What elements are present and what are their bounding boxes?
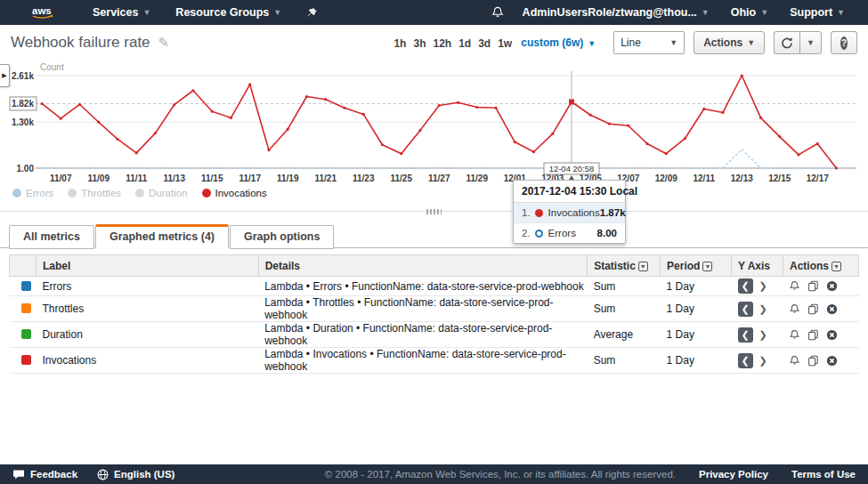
create-alarm-bell-icon[interactable] bbox=[789, 329, 800, 341]
nav-services[interactable]: Services▼ bbox=[93, 6, 150, 19]
metrics-tab-bar: All metricsGraphed metrics (4)Graph opti… bbox=[0, 223, 868, 248]
time-range-1d[interactable]: 1d bbox=[458, 37, 471, 50]
yaxis-right-button[interactable]: ❯ bbox=[756, 327, 771, 343]
top-navbar: aws Services▼ Resource Groups▼ AdminUser… bbox=[0, 0, 868, 25]
time-range-1h[interactable]: 1h bbox=[393, 37, 406, 50]
refresh-button[interactable] bbox=[774, 31, 799, 54]
details-column-header: Details bbox=[258, 255, 587, 277]
metric-table-row[interactable]: Duration Lambda • Duration • FunctionNam… bbox=[10, 322, 859, 348]
svg-text:11/29: 11/29 bbox=[466, 173, 489, 183]
statistic-column-header[interactable]: Statistic▼ bbox=[588, 255, 661, 277]
nav-account-menu[interactable]: AdminUsersRole/ztwang@thou...▼ bbox=[523, 6, 710, 19]
chevron-down-icon: ▼ bbox=[588, 39, 596, 48]
aws-logo-icon: aws bbox=[30, 4, 57, 20]
metric-statistic[interactable]: Sum bbox=[588, 277, 661, 296]
chevron-down-icon: ▼ bbox=[760, 8, 768, 17]
svg-text:11/23: 11/23 bbox=[353, 173, 375, 183]
remove-metric-icon[interactable] bbox=[826, 355, 838, 367]
metric-period[interactable]: 1 Day bbox=[661, 348, 732, 374]
legend-item-invocations[interactable]: Invocations bbox=[202, 188, 267, 198]
tooltip-row-invocations: 1.Invocations1.87k bbox=[514, 203, 625, 223]
refresh-options-button[interactable]: ▼ bbox=[799, 31, 822, 54]
tab-graph-options[interactable]: Graph options bbox=[230, 225, 334, 249]
svg-text:12/13: 12/13 bbox=[731, 173, 753, 183]
remove-metric-icon[interactable] bbox=[826, 303, 838, 315]
create-alarm-bell-icon[interactable] bbox=[789, 280, 800, 292]
duplicate-copy-icon[interactable] bbox=[807, 280, 819, 292]
terms-of-use-link[interactable]: Terms of Use bbox=[791, 469, 856, 480]
notifications-bell-icon[interactable] bbox=[491, 5, 505, 20]
time-range-3h[interactable]: 3h bbox=[413, 37, 426, 50]
refresh-icon bbox=[781, 36, 793, 49]
metric-period[interactable]: 1 Day bbox=[661, 296, 732, 322]
aws-logo[interactable]: aws bbox=[30, 4, 57, 20]
metric-label: Invocations bbox=[36, 348, 258, 374]
create-alarm-bell-icon[interactable] bbox=[789, 303, 800, 315]
tooltip-row-errors: 2.Errors8.00 bbox=[514, 223, 625, 243]
chart-tooltip: 2017-12-04 15:30 Local 1.Invocations1.87… bbox=[513, 180, 626, 244]
chart-type-select[interactable]: Line▼ bbox=[613, 31, 685, 54]
expand-sidebar-arrow[interactable]: ▶ bbox=[0, 64, 10, 87]
svg-text:11/15: 11/15 bbox=[201, 173, 223, 183]
custom-range-button[interactable]: custom (6w)▼ bbox=[521, 36, 596, 49]
time-range-3d[interactable]: 3d bbox=[478, 37, 491, 50]
duplicate-copy-icon[interactable] bbox=[807, 355, 819, 367]
pin-icon[interactable] bbox=[306, 7, 318, 19]
metric-table-row[interactable]: Invocations Lambda • Invocations • Funct… bbox=[10, 348, 859, 374]
actions-column-header[interactable]: Actions▼ bbox=[783, 255, 858, 277]
legend-label: Throttles bbox=[81, 188, 121, 198]
create-alarm-bell-icon[interactable] bbox=[789, 355, 800, 367]
metric-table-row[interactable]: Throttles Lambda • Throttles • FunctionN… bbox=[10, 296, 859, 322]
tab-graphed-metrics-4-[interactable]: Graphed metrics (4) bbox=[95, 224, 229, 248]
tooltip-timestamp: 2017-12-04 15:30 Local bbox=[514, 181, 625, 203]
yaxis-left-button[interactable]: ❮ bbox=[738, 278, 753, 294]
time-range-12h[interactable]: 12h bbox=[433, 37, 451, 50]
yaxis-left-button[interactable]: ❮ bbox=[738, 302, 753, 317]
metric-statistic[interactable]: Average bbox=[588, 322, 661, 348]
help-button[interactable]: ? bbox=[831, 31, 857, 54]
actions-button[interactable]: Actions▼ bbox=[694, 31, 765, 54]
metric-period[interactable]: 1 Day bbox=[661, 277, 732, 296]
yaxis-left-button[interactable]: ❮ bbox=[738, 327, 753, 343]
console-footer: Feedback English (US) © 2008 - 2017, Ama… bbox=[0, 464, 868, 484]
metric-label: Throttles bbox=[36, 296, 258, 322]
chevron-down-icon: ▼ bbox=[747, 38, 755, 47]
metric-table-row[interactable]: Errors Lambda • Errors • FunctionName: d… bbox=[10, 277, 859, 296]
svg-text:12/17: 12/17 bbox=[807, 173, 829, 183]
svg-text:12-04 20:58: 12-04 20:58 bbox=[549, 164, 595, 173]
yaxis-right-button[interactable]: ❯ bbox=[756, 278, 771, 294]
feedback-button[interactable]: Feedback bbox=[12, 469, 77, 480]
metric-statistic[interactable]: Sum bbox=[588, 296, 661, 322]
legend-item-errors[interactable]: Errors bbox=[12, 188, 53, 198]
yaxis-right-button[interactable]: ❯ bbox=[756, 302, 771, 317]
yaxis-left-button[interactable]: ❮ bbox=[738, 353, 753, 368]
tab-all-metrics[interactable]: All metrics bbox=[9, 225, 94, 249]
remove-metric-icon[interactable] bbox=[826, 329, 838, 341]
chart-canvas[interactable]: 2.61k1.82k1.30k1.00Count11/0711/0911/111… bbox=[0, 57, 868, 187]
period-column-header[interactable]: Period▼ bbox=[661, 255, 732, 277]
nav-support-menu[interactable]: Support▼ bbox=[790, 6, 845, 19]
tooltip-series-dot-icon bbox=[535, 209, 543, 217]
nav-region-menu[interactable]: Ohio▼ bbox=[731, 6, 768, 19]
chevron-down-icon: ▼ bbox=[807, 38, 815, 47]
svg-text:12/15: 12/15 bbox=[768, 173, 791, 183]
metric-chart[interactable]: 2.61k1.82k1.30k1.00Count11/0711/0911/111… bbox=[0, 57, 868, 187]
resize-grip-icon[interactable] bbox=[426, 209, 442, 214]
metric-period[interactable]: 1 Day bbox=[661, 322, 732, 348]
metric-statistic[interactable]: Sum bbox=[588, 348, 661, 374]
yaxis-right-button[interactable]: ❯ bbox=[756, 353, 771, 368]
legend-item-duration[interactable]: Duration bbox=[135, 188, 187, 198]
nav-resource-groups[interactable]: Resource Groups▼ bbox=[175, 6, 281, 19]
legend-item-throttles[interactable]: Throttles bbox=[68, 188, 121, 198]
privacy-policy-link[interactable]: Privacy Policy bbox=[699, 469, 768, 480]
duplicate-copy-icon[interactable] bbox=[807, 329, 819, 341]
time-range-1w[interactable]: 1w bbox=[498, 37, 512, 50]
metric-details: Lambda • Invocations • FunctionName: dat… bbox=[258, 348, 587, 374]
copyright-text: © 2008 - 2017, Amazon Web Services, Inc.… bbox=[325, 469, 676, 480]
remove-metric-icon[interactable] bbox=[826, 280, 838, 292]
legend-label: Invocations bbox=[215, 188, 267, 198]
legend-dot-icon bbox=[202, 189, 211, 198]
duplicate-copy-icon[interactable] bbox=[807, 303, 819, 315]
language-selector[interactable]: English (US) bbox=[97, 469, 174, 480]
edit-title-pencil-icon[interactable]: ✎ bbox=[158, 35, 170, 51]
